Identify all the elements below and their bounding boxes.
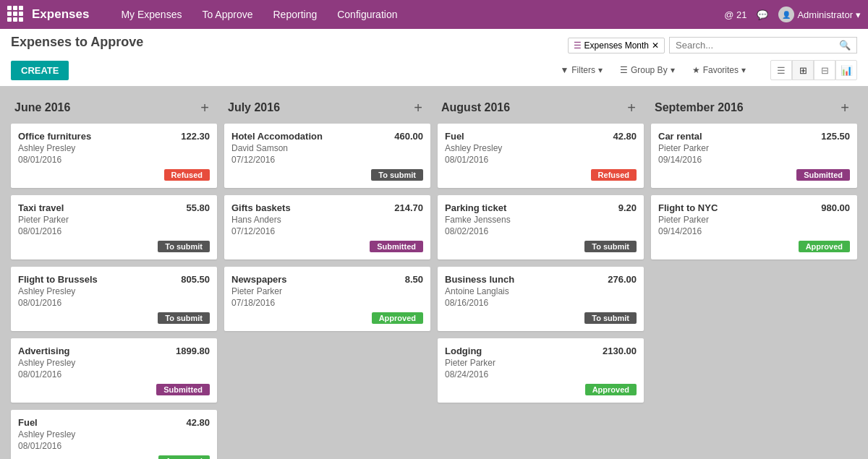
card-1-2[interactable]: Newspapers 8.50 Pieter Parker 07/18/2016…	[224, 267, 430, 331]
groupby-button[interactable]: ☰ Group By ▾	[613, 61, 682, 79]
card-person: Pieter Parker	[18, 215, 210, 225]
card-date: 08/01/2016	[18, 298, 210, 308]
grid-view-button[interactable]: ⊟	[814, 60, 835, 80]
col-title-0: June 2016	[14, 101, 70, 114]
card-person: Famke Jenssens	[445, 215, 637, 225]
kanban-column-2: August 2016+ Fuel 42.80 Ashley Presley 0…	[434, 93, 647, 459]
status-badge: Refused	[591, 169, 637, 181]
kanban-column-1: July 2016+ Hotel Accomodation 460.00 Dav…	[221, 93, 434, 459]
username: Administrator	[797, 9, 853, 20]
status-badge: To submit	[158, 312, 210, 324]
card-amount: 980.00	[821, 202, 850, 213]
col-header-1: July 2016+	[224, 93, 430, 124]
card-2-0[interactable]: Fuel 42.80 Ashley Presley 08/01/2016 Ref…	[438, 124, 644, 188]
groupby-dropdown-icon: ▾	[671, 65, 675, 75]
kanban-view-button[interactable]: ⊞	[792, 60, 814, 80]
card-2-2[interactable]: Business lunch 276.00 Antoine Langlais 0…	[438, 267, 644, 331]
status-badge: Approved	[158, 455, 210, 459]
filter-icon: ▼	[560, 65, 569, 75]
card-2-1[interactable]: Parking ticket 9.20 Famke Jenssens 08/02…	[438, 195, 644, 259]
card-amount: 122.30	[181, 131, 210, 142]
search-box[interactable]: 🔍	[669, 37, 857, 53]
col-header-3: September 2016+	[651, 93, 857, 124]
col-add-button-1[interactable]: +	[409, 99, 427, 116]
filters-button[interactable]: ▼ Filters ▾	[553, 61, 610, 79]
card-person: Ashley Presley	[18, 358, 210, 368]
topbar: Expenses My Expenses To Approve Reportin…	[0, 0, 868, 29]
card-0-0[interactable]: Office furnitures 122.30 Ashley Presley …	[11, 124, 217, 188]
card-0-4[interactable]: Fuel 42.80 Ashley Presley 08/01/2016 App…	[11, 410, 217, 459]
col-add-button-0[interactable]: +	[196, 99, 213, 116]
card-name: Parking ticket	[445, 202, 506, 213]
card-amount: 42.80	[186, 417, 210, 428]
app-name: Expenses	[32, 7, 89, 22]
card-1-1[interactable]: Gifts baskets 214.70 Hans Anders 07/12/2…	[224, 195, 430, 259]
card-date: 07/12/2016	[231, 226, 423, 236]
card-date: 08/01/2016	[445, 155, 637, 165]
grid-menu-icon[interactable]	[7, 6, 25, 23]
col-header-0: June 2016+	[11, 93, 217, 124]
card-amount: 9.20	[618, 202, 637, 213]
card-name: Car rental	[658, 131, 702, 142]
card-3-1[interactable]: Flight to NYC 980.00 Pieter Parker 09/14…	[651, 195, 857, 259]
groupby-icon: ☰	[620, 65, 628, 75]
card-name: Taxi travel	[18, 202, 64, 213]
groupby-label: Group By	[631, 65, 668, 75]
favorites-label: Favorites	[703, 65, 739, 75]
search-input[interactable]	[676, 40, 839, 51]
col-title-3: September 2016	[655, 101, 744, 114]
card-name: Business lunch	[445, 274, 514, 285]
card-date: 09/14/2016	[658, 155, 850, 165]
view-switcher: ☰ ⊞ ⊟ 📊	[770, 60, 857, 80]
card-0-2[interactable]: Flight to Brussels 805.50 Ashley Presley…	[11, 267, 217, 331]
col-title-1: July 2016	[228, 101, 280, 114]
chart-view-button[interactable]: 📊	[835, 60, 857, 80]
list-view-button[interactable]: ☰	[770, 60, 792, 80]
kanban-column-0: June 2016+ Office furnitures 122.30 Ashl…	[7, 93, 221, 459]
col-add-button-3[interactable]: +	[836, 99, 854, 116]
card-date: 09/14/2016	[658, 226, 850, 236]
card-name: Flight to Brussels	[18, 274, 98, 285]
card-amount: 42.80	[613, 131, 637, 142]
card-name: Lodging	[445, 346, 482, 356]
nav-reporting[interactable]: Reporting	[263, 0, 328, 29]
card-1-0[interactable]: Hotel Accomodation 460.00 David Samson 0…	[224, 124, 430, 188]
card-0-3[interactable]: Advertising 1899.80 Ashley Presley 08/01…	[11, 338, 217, 403]
status-badge: To submit	[584, 241, 637, 252]
active-filter-tag[interactable]: ☰ Expenses Month ✕	[568, 38, 665, 53]
favorites-button[interactable]: ★ Favorites ▾	[685, 61, 753, 79]
col-add-button-2[interactable]: +	[623, 99, 640, 116]
nav-my-expenses[interactable]: My Expenses	[111, 0, 192, 29]
user-dropdown-icon: ▾	[856, 9, 861, 20]
nav-to-approve[interactable]: To Approve	[192, 0, 263, 29]
card-0-1[interactable]: Taxi travel 55.80 Pieter Parker 08/01/20…	[11, 195, 217, 259]
star-icon: ★	[692, 65, 700, 75]
card-name: Flight to NYC	[658, 202, 718, 213]
card-person: Ashley Presley	[18, 286, 210, 296]
chat-icon[interactable]: 💬	[757, 9, 768, 20]
card-person: Pieter Parker	[658, 215, 850, 225]
search-area: ☰ Expenses Month ✕ 🔍	[568, 37, 857, 53]
notification-count[interactable]: @ 21	[724, 9, 746, 20]
card-date: 07/12/2016	[231, 155, 423, 165]
card-person: Pieter Parker	[231, 286, 423, 296]
col-header-2: August 2016+	[438, 93, 644, 124]
card-date: 08/01/2016	[18, 369, 210, 379]
filter-tag-icon: ☰	[574, 40, 582, 51]
filter-tag-remove[interactable]: ✕	[652, 40, 659, 51]
card-name: Newspapers	[231, 274, 287, 285]
card-amount: 125.50	[821, 131, 850, 142]
card-person: Antoine Langlais	[445, 286, 637, 296]
card-person: Ashley Presley	[18, 143, 210, 153]
card-2-3[interactable]: Lodging 2130.00 Pieter Parker 08/24/2016…	[438, 338, 644, 403]
kanban-column-3: September 2016+ Car rental 125.50 Pieter…	[647, 93, 861, 459]
card-person: Pieter Parker	[445, 358, 637, 368]
create-button[interactable]: CREATE	[11, 61, 69, 80]
user-menu[interactable]: 👤 Administrator ▾	[778, 7, 861, 22]
card-3-0[interactable]: Car rental 125.50 Pieter Parker 09/14/20…	[651, 124, 857, 188]
card-person: David Samson	[231, 143, 423, 153]
card-person: Ashley Presley	[445, 143, 637, 153]
page-title: Expenses to Approve	[11, 35, 143, 50]
nav-configuration[interactable]: Configuration	[327, 0, 407, 29]
card-amount: 276.00	[608, 274, 637, 285]
